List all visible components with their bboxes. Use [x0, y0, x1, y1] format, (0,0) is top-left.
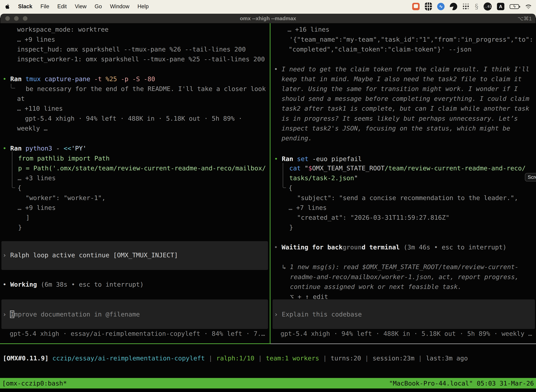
squiggle-icon[interactable]: § — [475, 2, 478, 10]
window-title-bar: omx --xhigh --madmax ⌥⌘1 — [0, 14, 536, 23]
terminal-line: be necessary for the end of the README. … — [26, 84, 266, 94]
terminal-line: gpt-5.4 xhigh · 94% left · 488K in · 5.1… — [281, 329, 532, 339]
tmux-session-label[interactable]: [omx-cczip0:bash* — [2, 380, 67, 387]
terminal-line: • Waiting for background terminal (3m 46… — [274, 242, 507, 252]
dots-grid-icon[interactable] — [463, 3, 469, 10]
headphones-battery-icon[interactable]: ..61 — [483, 2, 492, 10]
terminal-line: } — [18, 223, 22, 232]
terminal-line: continue assigned work or next feasible … — [290, 282, 461, 292]
terminal-line: '{"team_name":"my-team","task_id":"1","f… — [289, 35, 533, 44]
menu-edit[interactable]: Edit — [57, 3, 67, 10]
terminal-line: workspace_mode: worktree — [17, 25, 109, 34]
terminal-line: › Improve documentation in @filename — [3, 309, 140, 319]
terminal-line: … +7 lines — [289, 203, 327, 213]
terminal-line: • Ran tmux capture-pane -t %25 -p -S -80 — [3, 74, 155, 84]
tree-connector — [283, 163, 286, 188]
terminal-line: … +3 lines — [18, 173, 56, 183]
terminal-line: • Ran set -euo pipefail — [274, 154, 362, 164]
terminal-line: is in progress? It seems likely but perh… — [282, 114, 518, 123]
terminal-line: inspect_hud: omx sparkshell --tmux-pane … — [17, 44, 246, 54]
terminal-line: … +9 lines — [18, 203, 56, 213]
tmux-host-clock: "MacBook-Pro-44.local" 05:03 31-Mar-26 — [389, 380, 534, 387]
menu-window[interactable]: Window — [110, 3, 129, 10]
terminal-line: p = Path('.omx/state/team/review-current… — [18, 163, 266, 173]
terminal-line: • Ran python3 - <<'PY' — [3, 144, 86, 153]
wifi-icon[interactable] — [524, 4, 532, 9]
terminal-line: gpt-5.4 xhigh · 94% left · 488K in · 5.1… — [25, 114, 242, 123]
shield-grid-icon[interactable] — [425, 2, 432, 10]
menu-help[interactable]: Help — [138, 3, 149, 10]
terminal-line: › Explain this codebase — [274, 309, 362, 319]
terminal-line: } — [289, 223, 293, 232]
window-shortcut-hint: ⌥⌘1 — [517, 15, 532, 22]
menu-file[interactable]: File — [40, 3, 49, 10]
macos-menu-bar: Slack File Edit View Go Window Help ∿ § … — [0, 0, 536, 13]
terminal-line: ] — [26, 213, 30, 223]
terminal-line: ↳ 1 new msg(s): read $OMX_TEAM_STATE_ROO… — [282, 262, 519, 272]
terminal-line: { — [289, 183, 292, 193]
terminal-line: ⌥ + ↑ edit — [290, 292, 328, 302]
input-source-icon[interactable]: A — [497, 3, 504, 10]
terminal-line: … +9 lines — [17, 35, 55, 44]
terminal-line: from pathlib import Path — [18, 154, 110, 163]
terminal-line: … +110 lines — [17, 104, 63, 113]
terminal-line: keep that in mind. Maybe I also need the… — [282, 74, 522, 84]
blue-badge-icon[interactable]: ∿ — [437, 3, 445, 10]
terminal-line: inspect_worker-1: omx sparkshell --tmux-… — [17, 54, 265, 64]
tree-connector — [12, 151, 15, 188]
terminal-line: task2 after task1 is complete, but can I… — [282, 104, 529, 113]
terminal-line: • Working (6m 38s • esc to interrupt) — [3, 280, 144, 289]
terminal-line: "completed","claim_token":"claim-token"}… — [289, 44, 471, 54]
terminal-line: inspect task2's JSON, focusing on the st… — [282, 123, 510, 133]
terminal-line: cat "$OMX_TEAM_STATE_ROOT/team/review-cu… — [289, 163, 526, 173]
terminal-line: › Ralph loop active continue [OMX_TMUX_I… — [3, 250, 178, 260]
terminal-line: should send a message before completing … — [282, 94, 529, 104]
pane-divider-vertical[interactable] — [270, 23, 270, 344]
terminal-line: "created_at": "2026-03-31T11:59:27.816Z" — [297, 213, 450, 223]
battery-icon[interactable]: ϟ — [510, 4, 519, 9]
terminal-line: • I need to get the claim token from the… — [274, 64, 529, 74]
menu-view[interactable]: View — [75, 3, 86, 10]
terminal-line: "subject": "send a concise recommendatio… — [297, 193, 518, 203]
terminal-line: later. Using the same for transition mig… — [282, 84, 518, 94]
terminal-line: [OMX#0.11.9] cczip/essay/ai-reimplementa… — [3, 353, 468, 363]
pane-hud: … +16 lines'{"team_name":"my-team","task… — [272, 23, 536, 343]
terminal-line: … +16 lines — [287, 25, 329, 34]
chat-app-icon[interactable] — [412, 3, 420, 10]
omx-status-pane: [OMX#0.11.9] cczip/essay/ai-reimplementa… — [0, 344, 536, 378]
screen-tooltip: Scre — [525, 173, 536, 182]
screen-record-icon[interactable] — [450, 3, 457, 10]
pane-worker: workspace_mode: worktree… +9 linesinspec… — [0, 23, 270, 343]
terminal-line: readme-and-reco/mailbox/worker-1.json, a… — [290, 272, 519, 282]
tmux-status-bar: [omx-cczip0:bash* "MacBook-Pro-44.local"… — [0, 378, 536, 388]
terminal-line: weekly … — [17, 123, 48, 133]
terminal-line: gpt-5.4 xhigh · essay/ai-reimplementatio… — [10, 329, 265, 339]
menu-go[interactable]: Go — [95, 3, 102, 10]
terminal-line: at — [17, 94, 25, 104]
apple-menu-icon[interactable] — [5, 4, 10, 9]
terminal-line: "worker": "worker-1", — [25, 193, 105, 203]
terminal-line: { — [18, 183, 21, 193]
terminal-line: tasks/task-2.json" — [289, 173, 358, 183]
tree-connector — [11, 84, 15, 88]
window-title: omx --xhigh --madmax — [0, 15, 536, 21]
menu-app-name[interactable]: Slack — [18, 3, 32, 10]
terminal-line: pending. — [282, 133, 312, 143]
